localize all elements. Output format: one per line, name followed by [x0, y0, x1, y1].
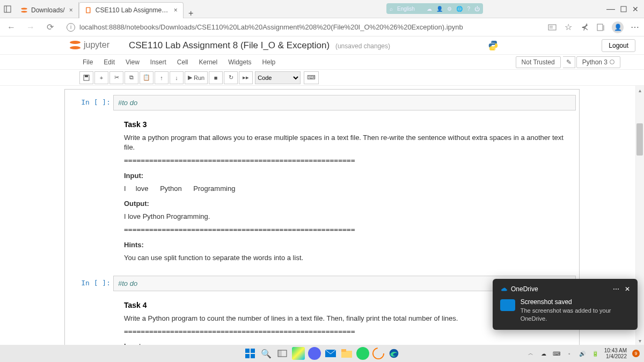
task-hint: You can use split function to separate t…: [124, 253, 570, 263]
svg-rect-24: [341, 349, 346, 352]
tab-downloads[interactable]: Downloads/ ×: [15, 2, 79, 18]
toast-thumbnail-icon: [500, 299, 515, 311]
logout-button[interactable]: Logout: [602, 39, 635, 52]
toast-close-icon[interactable]: ✕: [625, 285, 630, 293]
task-view-button[interactable]: [276, 347, 289, 360]
code-cell[interactable]: In [ ]: #to do: [65, 93, 579, 113]
close-icon[interactable]: ×: [174, 6, 178, 14]
menu-widgets[interactable]: Widgets: [223, 58, 257, 66]
clock[interactable]: 10:43 AM 1/4/2022: [604, 348, 627, 359]
panel-toggle-icon[interactable]: [0, 2, 15, 17]
close-window-icon[interactable]: ✕: [632, 5, 639, 13]
clock-date: 1/4/2022: [604, 353, 627, 359]
new-tab-button[interactable]: +: [184, 9, 199, 18]
refresh-button[interactable]: ⟳: [43, 20, 57, 34]
translate-bar[interactable]: ⌕ English ☁ 👤 ⚙ 🌐 ? ⏻: [386, 3, 483, 14]
toast-body: The screenshot was added to your OneDriv…: [521, 307, 630, 322]
menu-help[interactable]: Help: [257, 58, 281, 66]
stop-button[interactable]: ■: [209, 71, 223, 84]
svg-rect-21: [278, 350, 282, 357]
menu-view[interactable]: View: [120, 58, 145, 66]
scroll-down-icon[interactable]: ▾: [636, 336, 644, 345]
paste-button[interactable]: 📋: [140, 71, 153, 84]
run-all-button[interactable]: ▸▸: [239, 71, 253, 84]
svg-rect-16: [245, 349, 250, 353]
wifi-icon[interactable]: ◦: [566, 350, 573, 357]
menu-icon[interactable]: ⋯: [630, 23, 640, 32]
scroll-thumb[interactable]: [636, 123, 643, 156]
globe-icon: 🌐: [456, 6, 463, 12]
onedrive-tray-icon[interactable]: ☁: [540, 350, 547, 357]
app-pycharm[interactable]: [292, 347, 305, 360]
menu-file[interactable]: File: [77, 58, 98, 66]
menu-insert[interactable]: Insert: [145, 58, 172, 66]
svg-rect-0: [4, 6, 11, 12]
notebook-favicon: [85, 6, 92, 14]
collections-icon[interactable]: [596, 23, 605, 32]
move-up-button[interactable]: ↑: [155, 71, 169, 84]
search-button[interactable]: 🔍: [260, 347, 273, 360]
restart-button[interactable]: ↻: [224, 71, 238, 84]
add-cell-button[interactable]: +: [94, 71, 108, 84]
profile-avatar[interactable]: 👤: [612, 21, 624, 33]
save-button[interactable]: [79, 71, 93, 84]
help-icon: ?: [467, 6, 470, 12]
edit-trust-icon[interactable]: ✎: [563, 56, 575, 68]
favorite-icon[interactable]: ☆: [564, 23, 573, 32]
jupyter-favicon: [20, 6, 28, 14]
separator: ========================================…: [124, 225, 570, 234]
markdown-cell[interactable]: Task 3 Write a python program that allow…: [65, 113, 579, 274]
favorites-bar-icon[interactable]: ⊀: [580, 23, 589, 32]
unsaved-indicator: (unsaved changes): [335, 42, 390, 50]
hints-label: Hints:: [124, 240, 570, 250]
notification-badge[interactable]: 9: [632, 350, 640, 357]
minimize-icon[interactable]: —: [606, 4, 615, 14]
cloud-icon: ☁: [427, 6, 432, 12]
svg-rect-19: [251, 354, 255, 358]
svg-rect-17: [251, 349, 255, 353]
scroll-up-icon[interactable]: ▴: [636, 86, 644, 94]
gear-icon: ⚙: [447, 6, 452, 12]
jupyter-logo[interactable]: jupyter: [70, 40, 109, 50]
app-whatsapp[interactable]: [356, 347, 369, 360]
close-icon[interactable]: ×: [69, 6, 73, 14]
trust-button[interactable]: Not Trusted: [516, 56, 561, 68]
menu-kernel[interactable]: Kernel: [194, 58, 223, 66]
site-info-icon[interactable]: i: [67, 23, 75, 32]
toast-menu-icon[interactable]: ⋯: [613, 285, 620, 293]
move-down-button[interactable]: ↓: [170, 71, 184, 84]
cell-type-select[interactable]: Code: [255, 71, 301, 84]
start-button[interactable]: [244, 347, 257, 360]
app-discord[interactable]: [308, 347, 321, 360]
address-bar[interactable]: i localhost:8888/notebooks/Downloads/CSE…: [62, 23, 542, 32]
app-spotify[interactable]: [372, 348, 384, 359]
run-button[interactable]: ▶ Run: [185, 71, 208, 84]
volume-icon[interactable]: 🔊: [579, 350, 586, 357]
svg-point-25: [373, 348, 384, 359]
task-heading: Task 3: [124, 120, 570, 129]
battery-icon[interactable]: 🔋: [591, 350, 599, 357]
back-button[interactable]: ←: [4, 20, 18, 34]
forward-button[interactable]: →: [24, 20, 38, 34]
app-mail[interactable]: [324, 347, 337, 360]
jupyter-logo-icon: [70, 40, 80, 50]
tab-strip: Downloads/ × CSE110 Lab Assignment 8 (Fi…: [15, 0, 601, 18]
toast-title: Screenshot saved: [521, 298, 630, 306]
code-input[interactable]: #to do: [113, 95, 576, 110]
maximize-icon[interactable]: [620, 6, 627, 12]
keyboard-tray-icon[interactable]: ⌨: [553, 350, 560, 357]
separator: ========================================…: [124, 156, 570, 165]
notebook-title[interactable]: CSE110 Lab Assignment 8 (File I_O & Exce…: [129, 40, 330, 50]
command-palette-button[interactable]: ⌨: [304, 71, 319, 84]
menu-cell[interactable]: Cell: [172, 58, 194, 66]
tab-notebook[interactable]: CSE110 Lab Assignment 8 (File I_ ×: [79, 2, 184, 18]
chevron-up-icon[interactable]: ︿: [527, 350, 535, 357]
reader-icon[interactable]: [547, 23, 557, 32]
kernel-indicator[interactable]: Python 3: [576, 56, 620, 68]
copy-button[interactable]: ⧉: [125, 71, 138, 84]
menu-edit[interactable]: Edit: [98, 58, 120, 66]
onedrive-toast: OneDrive ⋯ ✕ Screenshot saved The screen…: [493, 279, 638, 330]
cut-button[interactable]: ✂: [109, 71, 123, 84]
app-edge[interactable]: [387, 347, 400, 360]
app-explorer[interactable]: [340, 347, 353, 360]
